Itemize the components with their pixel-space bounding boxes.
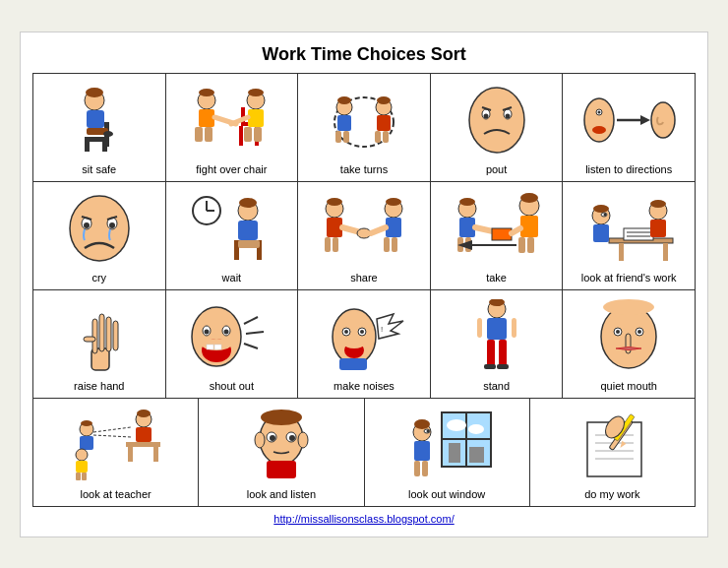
svg-point-174 — [289, 435, 295, 441]
svg-rect-165 — [76, 461, 88, 473]
svg-point-8 — [103, 131, 113, 137]
cell-img-pout — [435, 78, 559, 162]
cell-wait: wait — [166, 182, 299, 290]
svg-rect-144 — [477, 318, 482, 338]
svg-rect-143 — [497, 364, 509, 369]
label-stand: stand — [483, 380, 510, 393]
svg-rect-22 — [244, 127, 252, 142]
svg-rect-72 — [333, 237, 338, 252]
svg-rect-140 — [487, 340, 495, 367]
svg-point-47 — [598, 110, 601, 113]
label-listen: listen to directions — [585, 163, 672, 176]
cell-img-fight — [170, 78, 294, 162]
svg-rect-141 — [499, 340, 507, 367]
svg-point-181 — [468, 424, 484, 434]
svg-rect-63 — [238, 221, 258, 240]
svg-rect-2 — [85, 137, 90, 152]
label-work: do my work — [584, 488, 639, 501]
svg-point-89 — [520, 193, 538, 203]
svg-rect-157 — [128, 447, 133, 462]
cell-img-sit-safe — [37, 78, 161, 162]
svg-point-152 — [603, 299, 654, 315]
svg-rect-183 — [469, 447, 484, 463]
svg-rect-30 — [343, 131, 349, 143]
cell-img-work — [534, 403, 691, 487]
cell-make-noises: ! make noises — [298, 290, 431, 399]
svg-point-43 — [584, 98, 614, 142]
cell-img-look-teacher — [37, 403, 194, 487]
svg-rect-65 — [234, 245, 239, 260]
label-pout: pout — [486, 163, 507, 176]
svg-rect-119 — [207, 345, 213, 349]
cell-img-share — [302, 186, 426, 271]
cell-img-look-friends — [567, 186, 691, 271]
label-take-turns: take turns — [340, 163, 388, 176]
svg-text:!: ! — [381, 325, 383, 334]
svg-line-126 — [246, 332, 264, 334]
svg-point-39 — [483, 113, 488, 118]
svg-point-175 — [255, 432, 265, 448]
svg-point-14 — [199, 89, 214, 96]
cell-stand: stand — [431, 290, 564, 399]
svg-rect-161 — [80, 436, 93, 450]
svg-rect-90 — [520, 216, 538, 237]
svg-rect-3 — [102, 137, 107, 152]
svg-rect-107 — [593, 224, 609, 242]
cell-look-teacher: look at teacher — [33, 399, 199, 507]
svg-rect-139 — [487, 318, 507, 340]
svg-point-134 — [344, 330, 348, 334]
svg-marker-49 — [640, 115, 650, 125]
svg-rect-115 — [84, 337, 95, 342]
svg-rect-6 — [87, 110, 104, 128]
cell-cry: cry — [33, 182, 166, 290]
svg-point-50 — [651, 102, 675, 138]
svg-rect-170 — [267, 461, 296, 478]
svg-point-176 — [298, 432, 308, 448]
svg-point-82 — [459, 198, 475, 206]
svg-rect-155 — [136, 427, 152, 442]
svg-rect-98 — [663, 243, 668, 261]
svg-point-51 — [70, 196, 129, 261]
svg-rect-99 — [624, 228, 653, 240]
svg-rect-67 — [238, 240, 260, 248]
label-share: share — [350, 272, 378, 284]
svg-rect-92 — [527, 237, 534, 253]
svg-point-20 — [248, 89, 264, 96]
cell-img-noises: ! — [302, 294, 426, 379]
svg-rect-104 — [650, 220, 666, 237]
svg-rect-10 — [239, 126, 243, 146]
svg-rect-87 — [492, 228, 512, 240]
cell-fight-over-chair: fight over chair — [166, 74, 299, 182]
svg-rect-28 — [337, 115, 351, 131]
svg-point-169 — [261, 410, 302, 425]
svg-rect-78 — [384, 237, 390, 252]
svg-rect-113 — [106, 317, 111, 351]
cell-quiet-mouth: quiet mouth — [563, 290, 696, 399]
footer-link[interactable]: http://missallisonsclass.blogspot.com/ — [32, 513, 696, 525]
svg-rect-120 — [214, 345, 221, 349]
svg-rect-166 — [76, 473, 81, 480]
svg-rect-156 — [126, 442, 160, 447]
svg-rect-182 — [449, 443, 460, 463]
cell-img-wait — [170, 186, 294, 271]
svg-line-127 — [244, 344, 258, 348]
svg-rect-35 — [383, 131, 389, 143]
cell-img-shout — [170, 294, 294, 379]
svg-rect-111 — [92, 319, 97, 353]
svg-rect-147 — [626, 334, 631, 353]
svg-line-163 — [93, 435, 131, 437]
label-sit-safe: sit safe — [82, 163, 116, 176]
svg-point-135 — [360, 330, 364, 334]
svg-line-80 — [371, 227, 386, 233]
svg-rect-97 — [619, 243, 624, 261]
svg-rect-17 — [205, 127, 212, 142]
label-look-teacher: look at teacher — [81, 488, 152, 501]
svg-point-62 — [239, 198, 257, 208]
svg-rect-79 — [392, 237, 397, 252]
grid-row-1: sit safe — [32, 73, 696, 399]
svg-rect-71 — [325, 237, 331, 252]
svg-rect-114 — [113, 321, 118, 350]
svg-rect-167 — [82, 473, 87, 480]
cell-img-cry — [37, 186, 161, 271]
svg-rect-112 — [99, 314, 104, 351]
